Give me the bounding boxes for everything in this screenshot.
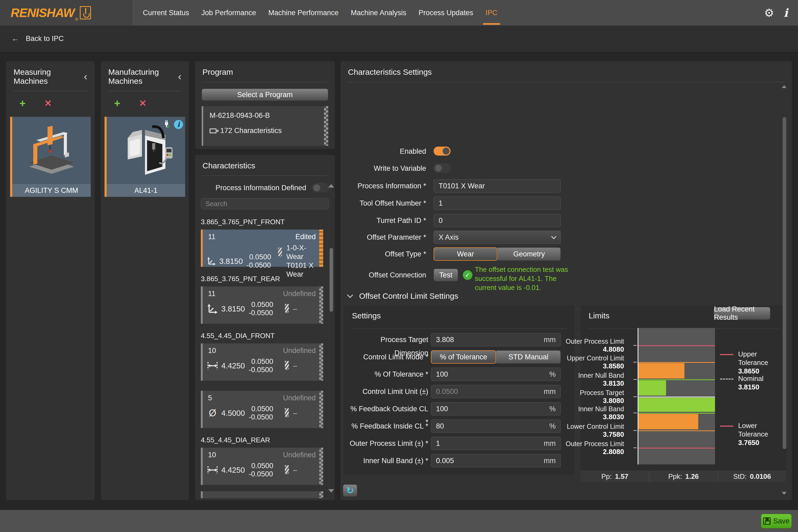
- offset-parameter-select[interactable]: X Axis: [434, 231, 561, 244]
- tool-drill-icon: [285, 361, 289, 370]
- tab-ipc[interactable]: IPC: [486, 9, 497, 17]
- process-information-label: Process Information *: [343, 179, 426, 193]
- scroll-down-icon[interactable]: [328, 489, 334, 493]
- stat-value: 1.57: [615, 472, 629, 481]
- width-dimension-icon: [206, 360, 218, 371]
- write-to-variable-toggle[interactable]: [434, 164, 451, 173]
- offset-type-wear-button[interactable]: Wear: [434, 247, 497, 261]
- save-button[interactable]: Save: [761, 514, 792, 528]
- characteristic-card[interactable]: 11Undefined3.81500.0500-0.0500–: [201, 286, 323, 324]
- brand-name: RENISHAW: [11, 5, 75, 20]
- tool-drill-icon: [285, 408, 289, 418]
- remove-machine-button[interactable]: ✕: [139, 99, 147, 107]
- legend-line-sample: [720, 379, 733, 380]
- offset-type-geometry-button[interactable]: Geometry: [497, 247, 561, 261]
- process-information-defined-toggle[interactable]: [312, 183, 329, 192]
- characteristic-card[interactable]: 10Undefined4.42500.0500-0.0500–: [201, 448, 323, 485]
- axis-tick: [633, 396, 637, 397]
- characteristics-panel: Characteristics Process Information Defi…: [195, 155, 335, 500]
- nominal-value: 4.5000: [221, 409, 245, 418]
- refresh-icon: ↻: [346, 485, 354, 496]
- characteristic-group-label: 3.865_3.765_PNT_FRONT: [201, 218, 326, 226]
- scrollbar-thumb[interactable]: [783, 117, 786, 449]
- reset-button[interactable]: ↻: [343, 484, 357, 497]
- field-value: 0.005: [436, 457, 544, 465]
- stat-value: 1.26: [685, 472, 699, 481]
- about-info-icon[interactable]: i: [784, 6, 788, 19]
- settings-panel-scrollbar[interactable]: [782, 85, 786, 495]
- add-machine-button[interactable]: +: [19, 99, 25, 107]
- scroll-up-icon[interactable]: [782, 85, 786, 88]
- tool-name: –: [293, 466, 297, 475]
- select-program-button[interactable]: Select a Program: [202, 89, 328, 101]
- back-bar[interactable]: ← Back to IPC: [0, 25, 798, 52]
- remove-machine-button[interactable]: ✕: [44, 99, 52, 107]
- characteristics-search-input[interactable]: [201, 198, 329, 209]
- machine-card-agility[interactable]: AGILITY S CMM: [10, 117, 91, 197]
- limit-label-row: Lower Control Limit3.7580: [536, 422, 624, 438]
- limit-label-row: Process Target3.8080: [536, 388, 624, 404]
- axis-tick: [633, 362, 637, 363]
- limit-value: 3.8130: [536, 379, 624, 387]
- write-to-variable-label: Write to Variable: [343, 164, 426, 173]
- save-floppy-icon: [763, 517, 771, 525]
- scrollbar-thumb[interactable]: [329, 248, 333, 312]
- tool-drill-icon: [285, 465, 289, 475]
- limit-label-row: Upper Control Limit3.8580: [536, 354, 624, 370]
- field-label: % Feedback Inside CL *: [347, 419, 428, 433]
- characteristic-card[interactable]: 10Undefined4.42500.0500-0.0500–: [201, 343, 323, 381]
- field-label: Outer Process Limit (±) *: [347, 437, 428, 450]
- program-characteristics-count: 172 Characteristics: [220, 127, 282, 135]
- manufacturing-machines-title: Manufacturing Machines: [108, 68, 178, 86]
- upper-tolerance: 0.0500: [249, 462, 273, 470]
- tab-process-updates[interactable]: Process Updates: [418, 9, 473, 17]
- process-information-field[interactable]: T0101 X Wear: [434, 179, 561, 193]
- tool-offset-number-field[interactable]: 1: [434, 196, 561, 210]
- limit-name: Inner Null Band: [536, 371, 624, 379]
- characteristic-number: 11: [208, 290, 215, 298]
- scroll-down-icon[interactable]: [782, 492, 786, 495]
- characteristics-settings-title: Characteristics Settings: [348, 68, 432, 77]
- add-machine-button[interactable]: +: [114, 99, 120, 107]
- tab-machine-performance[interactable]: Machine Performance: [268, 9, 339, 17]
- section-offset-control-limit-settings[interactable]: Offset Control Limit Settings: [348, 291, 458, 301]
- limit-value: 3.7580: [536, 431, 624, 438]
- turret-path-id-field[interactable]: 0: [434, 214, 561, 227]
- legend-label: Upper Tolerance: [738, 350, 786, 367]
- stat-label: Pp:: [602, 472, 612, 481]
- back-arrow-icon[interactable]: ←: [12, 35, 19, 43]
- limit-value: 3.8580: [536, 362, 624, 370]
- tab-machine-analysis[interactable]: Machine Analysis: [351, 9, 406, 17]
- characteristic-card[interactable]: 11Edited3.81500.0500-0.05001-0-X-WearT01…: [201, 230, 323, 267]
- characteristics-scrollbar[interactable]: [329, 184, 333, 493]
- settings-gear-icon[interactable]: ⚙: [764, 6, 774, 19]
- field-input[interactable]: 0.005mm: [431, 454, 561, 467]
- collapse-panel-icon[interactable]: ‹: [178, 74, 182, 79]
- characteristic-status: Undefined: [283, 451, 316, 459]
- chart-limit-line: [639, 362, 715, 363]
- stat-cell: StD:0.0106: [718, 471, 786, 482]
- load-recent-results-button[interactable]: Load Recent Results: [714, 307, 770, 320]
- limit-label-row: Outer Process Limit2.8080: [536, 440, 624, 456]
- collapse-panel-icon[interactable]: ‹: [84, 74, 87, 79]
- stat-value: 0.0106: [750, 472, 771, 481]
- field-label: Control Limit Unit (±): [347, 385, 428, 398]
- program-card[interactable]: M-6218-0943-06-B 172 Characteristics: [202, 106, 328, 146]
- footer-bar: Save: [0, 510, 798, 532]
- limit-name: Outer Process Limit: [536, 337, 624, 345]
- enabled-toggle[interactable]: [434, 147, 451, 156]
- offset-connection-test-button[interactable]: Test: [434, 269, 458, 281]
- characteristic-card-partial[interactable]: [201, 491, 323, 498]
- characteristic-card[interactable]: 5UndefinedØ4.50000.0500-0.0500–: [201, 391, 323, 428]
- tab-current-status[interactable]: Current Status: [143, 9, 189, 17]
- chart-limit-line: [639, 379, 715, 380]
- limit-name: Lower Control Limit: [536, 422, 624, 431]
- axis-tick: [633, 430, 637, 431]
- tab-job-performance[interactable]: Job Performance: [201, 9, 256, 17]
- characteristic-status: Undefined: [283, 290, 316, 298]
- turret-path-id-label: Turret Path ID *: [343, 214, 426, 227]
- scroll-up-icon[interactable]: [328, 184, 334, 188]
- chart-limit-line: [639, 345, 715, 346]
- machine-card-al41[interactable]: ✓ i AL41-1: [104, 117, 185, 197]
- pct-of-tolerance-button[interactable]: % of Tolerance: [431, 350, 496, 364]
